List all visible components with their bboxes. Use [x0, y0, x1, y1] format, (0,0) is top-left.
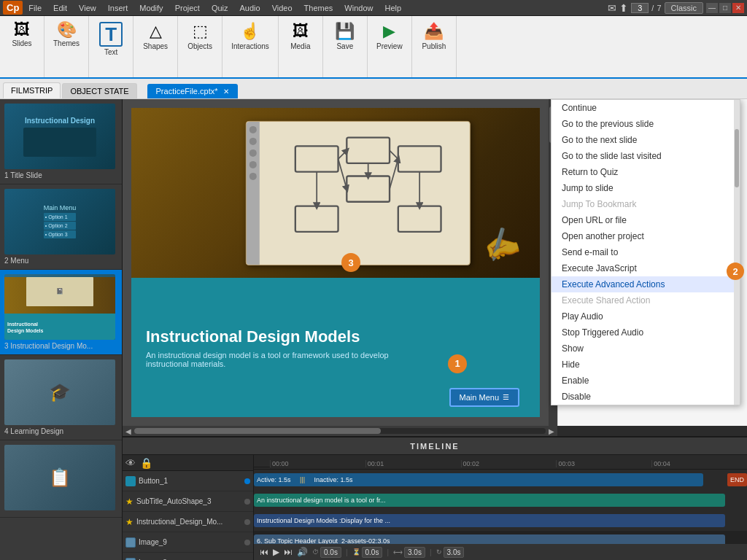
menu-edit[interactable]: Edit: [47, 2, 73, 14]
ribbon-btn-interactions[interactable]: ☝ Interactions: [228, 20, 272, 52]
slide-main-subtitle: An instructional design model is a tool …: [146, 351, 411, 368]
tab-bar: FILMSTRIP OBJECT STATE PracticeFile.cptx…: [0, 79, 747, 99]
ribbon-btn-publish[interactable]: 📤 Publish: [418, 20, 450, 52]
ribbon-btn-slides[interactable]: 🖼 Slides: [6, 20, 38, 49]
filmstrip-slide-1[interactable]: Instructional Design 1 Title Slide: [0, 99, 122, 184]
filmstrip-slide-4[interactable]: 🎓 4 Learning Design: [0, 355, 122, 440]
dropdown-scrollbar[interactable]: [734, 100, 740, 405]
tl-play-btn[interactable]: ▶: [273, 547, 279, 557]
icon-share[interactable]: ⬆: [619, 2, 628, 14]
file-tab-close[interactable]: ✕: [223, 88, 229, 96]
minimize-button[interactable]: —: [706, 3, 718, 13]
scroll-thumb: [134, 428, 381, 434]
tl-rewind-btn[interactable]: ⏮: [260, 547, 268, 557]
svg-line-7: [390, 150, 398, 159]
ribbon-group-publish: 📤 Publish: [412, 16, 457, 77]
track-dot-image9[interactable]: [244, 540, 250, 545]
menu-help[interactable]: Help: [379, 2, 407, 14]
ribbon-btn-shapes[interactable]: △ Shapes: [139, 20, 171, 52]
menu-file[interactable]: File: [23, 2, 47, 14]
track-dot-instdesign[interactable]: [244, 519, 250, 525]
timeline-bar-button1: Active: 1.5s ||| Inactive: 1.5s: [254, 473, 703, 486]
track-label-instdesign: Instructional_Design_Mo...: [136, 518, 241, 526]
slides-icon: 🖼: [14, 22, 30, 38]
dropdown-item-hide[interactable]: Hide: [551, 357, 740, 373]
dropdown-item-execute-advanced[interactable]: Execute Advanced Actions: [551, 276, 740, 292]
icon-email[interactable]: ✉: [608, 2, 616, 14]
dropdown-item-play-audio[interactable]: Play Audio: [551, 308, 740, 324]
dropdown-scrollbar-thumb: [735, 129, 739, 187]
maximize-button[interactable]: □: [719, 3, 731, 13]
ribbon-btn-media[interactable]: 🖼 Media: [285, 20, 317, 52]
dropdown-item-last-visited[interactable]: Go to the slide last visited: [551, 148, 740, 164]
dropdown-item-prev-slide[interactable]: Go to the previous slide: [551, 116, 740, 132]
media-icon: 🖼: [293, 22, 309, 41]
ribbon-group-slides: 🖼 Slides: [0, 16, 44, 77]
dropdown-item-show[interactable]: Show: [551, 341, 740, 357]
tl-time-total: ⟷ 3.0s: [393, 547, 425, 558]
timeline-title: TIMELINE: [410, 442, 459, 451]
canvas-area: ✍ Instructional Design Models An instruc…: [123, 99, 557, 426]
dropdown-item-disable[interactable]: Disable: [551, 389, 740, 405]
dropdown-item-next-slide[interactable]: Go to the next slide: [551, 132, 740, 148]
close-button[interactable]: ✕: [732, 3, 744, 13]
classic-mode-button[interactable]: Classic: [665, 2, 703, 14]
filmstrip-slide-3[interactable]: 📓 InstructionalDesign Models 3 Instructi…: [0, 270, 122, 355]
dropdown-item-open-url[interactable]: Open URL or file: [551, 212, 740, 228]
tab-object-state[interactable]: OBJECT STATE: [62, 83, 136, 98]
menu-insert[interactable]: Insert: [102, 2, 134, 14]
track-image8: Image_8: [123, 553, 253, 560]
slide-thumb-5: 📋: [4, 445, 115, 510]
dropdown-item-jump-slide[interactable]: Jump to slide: [551, 180, 740, 196]
menu-modify[interactable]: Modify: [133, 2, 169, 14]
menu-quiz[interactable]: Quiz: [206, 2, 234, 14]
ribbon-group-preview: ▶ Preview: [368, 16, 412, 77]
track-eye-icon[interactable]: 👁: [125, 457, 136, 469]
dropdown-item-stop-audio[interactable]: Stop Triggered Audio: [551, 324, 740, 341]
menu-project[interactable]: Project: [169, 2, 206, 14]
file-tab[interactable]: PracticeFile.cptx* ✕: [147, 84, 238, 98]
ribbon-btn-save[interactable]: 💾 Save: [329, 20, 361, 52]
track-subtitle: ★ SubTitle_AutoShape_3: [123, 491, 253, 512]
canvas-horizontal-scrollbar[interactable]: ◀ ▶: [123, 426, 557, 436]
tab-filmstrip[interactable]: FILMSTRIP: [3, 82, 61, 98]
slide-2-label: 2 Menu: [4, 257, 117, 265]
track-label-image9: Image_9: [139, 538, 241, 546]
window-controls: — □ ✕: [706, 3, 744, 13]
menu-window[interactable]: Window: [338, 2, 379, 14]
filmstrip-slide-2[interactable]: Main Menu • Option 1 • Option 2 • Option…: [0, 184, 122, 270]
scroll-right-btn[interactable]: ▶: [546, 427, 557, 435]
tl-forward-btn[interactable]: ⏭: [284, 547, 293, 557]
dropdown-item-continue[interactable]: Continue: [551, 100, 740, 116]
track-instdesign: ★ Instructional_Design_Mo...: [123, 512, 253, 532]
scroll-left-btn[interactable]: ◀: [123, 427, 134, 435]
menu-view[interactable]: View: [73, 2, 102, 14]
filmstrip-slide-5[interactable]: 📋: [0, 440, 122, 518]
tl-sync-value: 3.0s: [444, 547, 465, 558]
dropdown-item-execute-js[interactable]: Execute JavaScript: [551, 260, 740, 276]
ribbon-btn-preview[interactable]: ▶ Preview: [374, 20, 406, 52]
svg-line-10: [390, 159, 398, 189]
main-area: Instructional Design 1 Title Slide Main …: [0, 99, 747, 560]
ribbon-btn-text[interactable]: T Text: [95, 20, 127, 58]
menu-video[interactable]: Video: [266, 2, 298, 14]
dropdown-item-enable[interactable]: Enable: [551, 373, 740, 389]
track-dot-button1[interactable]: [244, 478, 250, 484]
menu-themes[interactable]: Themes: [298, 2, 339, 14]
dropdown-item-send-email[interactable]: Send e-mail to: [551, 244, 740, 260]
ribbon-btn-objects[interactable]: ⬚ Objects: [184, 20, 216, 52]
timeline-ruler: 00:00 00:01 00:02 00:03 00:04: [254, 455, 747, 470]
ribbon-btn-themes[interactable]: 🎨 Themes: [50, 20, 82, 49]
ruler-mark-1: 00:01: [365, 460, 461, 467]
main-menu-button[interactable]: Main Menu ☰: [449, 388, 519, 407]
dropdown-item-open-project[interactable]: Open another project: [551, 228, 740, 244]
tl-audio-btn[interactable]: 🔊: [297, 547, 308, 557]
dropdown-item-return-quiz[interactable]: Return to Quiz: [551, 164, 740, 180]
save-icon: 💾: [335, 22, 355, 41]
track-dot-subtitle[interactable]: [244, 499, 250, 505]
ribbon: 🖼 Slides 🎨 Themes T Text △ Shapes ⬚ Obje…: [0, 16, 747, 79]
menu-audio[interactable]: Audio: [234, 2, 266, 14]
shapes-icon: △: [150, 22, 162, 41]
slide-number-input[interactable]: [631, 3, 649, 13]
track-lock-icon[interactable]: 🔒: [140, 457, 152, 469]
